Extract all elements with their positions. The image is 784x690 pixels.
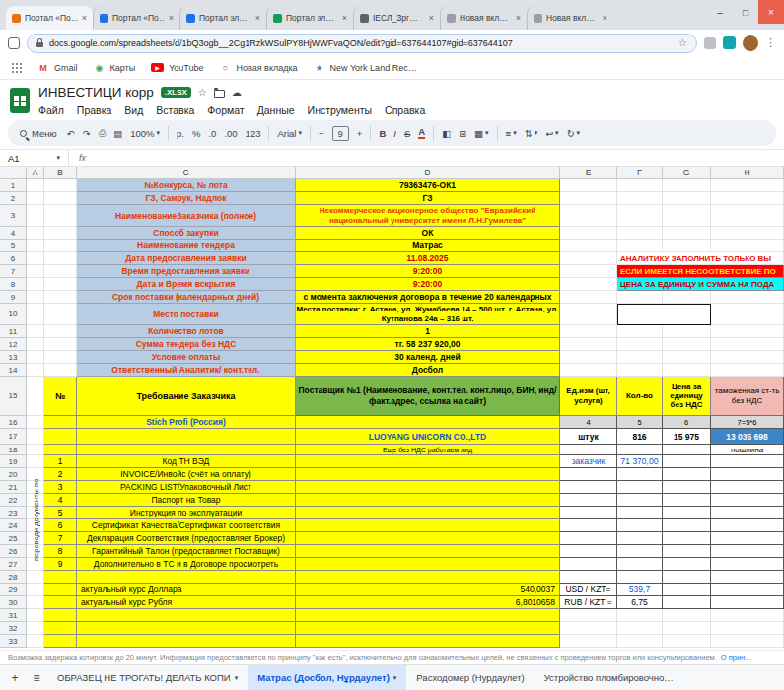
- cell-C9[interactable]: Срок поставки (календарных дней): [77, 291, 296, 304]
- cell-B7[interactable]: [44, 265, 77, 278]
- cell-C33[interactable]: [77, 635, 296, 648]
- cell-D20[interactable]: [296, 468, 560, 481]
- row-header-31[interactable]: 31: [0, 609, 27, 622]
- select-all-corner[interactable]: [0, 167, 27, 179]
- cell-H13[interactable]: [711, 351, 784, 364]
- cell-C1[interactable]: №Конкурса, № лота: [77, 179, 296, 192]
- cell-G28[interactable]: [663, 571, 711, 584]
- sheet-tab-1[interactable]: ОБРАЗЕЦ НЕ ТРОГАТЬ! ДЕЛАТЬ КОПИ▾: [47, 665, 248, 690]
- column-header-C[interactable]: C: [77, 167, 296, 179]
- cell-D26[interactable]: [296, 545, 560, 558]
- cell-C21[interactable]: PACKING LIST/Упаковочный Лист: [77, 481, 296, 494]
- toolbar-text-rotation[interactable]: ↻▾: [567, 128, 580, 139]
- cell-F11[interactable]: [617, 325, 663, 338]
- row-header-1[interactable]: 1: [0, 179, 27, 192]
- cell-E17[interactable]: штук: [560, 429, 617, 445]
- toolbar-italic[interactable]: I: [393, 128, 396, 139]
- row-header-8[interactable]: 8: [0, 278, 27, 291]
- cell-G22[interactable]: [663, 494, 711, 507]
- toolbar-text-wrap[interactable]: ↩▾: [545, 128, 558, 139]
- cell-C25[interactable]: Декларация Соответствия (предоставляет Б…: [77, 532, 296, 545]
- cell-H10[interactable]: [711, 304, 784, 325]
- menu-5[interactable]: Формат: [207, 104, 244, 116]
- cell-B3[interactable]: [44, 205, 77, 227]
- document-title[interactable]: ИНВЕСТИЦИ корр: [38, 85, 154, 100]
- cell-B12[interactable]: [44, 338, 77, 351]
- cell-B1[interactable]: [44, 179, 77, 192]
- cell-G9[interactable]: [663, 291, 711, 304]
- cell-G17[interactable]: 15 975: [663, 429, 711, 445]
- row-header-25[interactable]: 25: [0, 532, 27, 545]
- cell-G18[interactable]: [663, 445, 711, 455]
- cell-E20[interactable]: [560, 468, 617, 481]
- minimize-button[interactable]: –: [707, 0, 733, 24]
- cell-A5[interactable]: [27, 240, 44, 252]
- column-header-H[interactable]: H: [711, 167, 784, 179]
- cell-C29[interactable]: актуальный курс Доллара: [77, 584, 296, 596]
- row-header-19[interactable]: 19: [0, 455, 27, 468]
- row-header-22[interactable]: 22: [0, 494, 27, 507]
- cell-D18[interactable]: Еще без НДС работаем лид: [296, 445, 560, 455]
- cell-D4[interactable]: ОК: [296, 227, 560, 240]
- cell-E15[interactable]: Ед.изм (шт, услуга): [560, 377, 617, 416]
- tab-close-icon[interactable]: ×: [516, 13, 521, 23]
- cell-A14[interactable]: [27, 364, 44, 377]
- cell-G30[interactable]: [663, 596, 711, 609]
- cell-A15[interactable]: [27, 377, 44, 416]
- cell-E4[interactable]: [560, 227, 617, 240]
- cell-B27[interactable]: 9: [44, 558, 77, 571]
- cell-C10[interactable]: Место поставки: [77, 304, 296, 325]
- cell-B28[interactable]: [44, 571, 77, 584]
- cell-D16[interactable]: [296, 416, 560, 429]
- browser-tab-5[interactable]: ІЕСЛ_Зрг…×: [353, 6, 440, 30]
- menu-2[interactable]: Правка: [77, 104, 111, 116]
- apps-grid-icon[interactable]: [12, 63, 22, 73]
- row-header-18[interactable]: 18: [0, 445, 27, 455]
- row-header-9[interactable]: 9: [0, 291, 27, 304]
- cell-G32[interactable]: [663, 622, 711, 635]
- cell-F10[interactable]: [617, 304, 711, 325]
- cell-B25[interactable]: 7: [44, 532, 77, 545]
- sheet-tab-3[interactable]: Расходомер (Нурдаулет): [406, 665, 534, 690]
- cell-G2[interactable]: [663, 192, 711, 205]
- column-header-B[interactable]: B: [44, 167, 77, 179]
- cell-C15[interactable]: Требование Заказчика: [77, 377, 296, 416]
- name-box[interactable]: A1 ▾: [0, 150, 69, 166]
- cell-G31[interactable]: [663, 609, 711, 622]
- cell-F6[interactable]: АНАЛИТИКУ ЗАПОЛНИТЬ ТОЛЬКО ВЫ: [617, 252, 784, 265]
- cell-A4[interactable]: [27, 227, 44, 240]
- toolbar-zoom[interactable]: 100%▾: [130, 128, 160, 139]
- cell-B32[interactable]: [44, 622, 77, 635]
- row-header-2[interactable]: 2: [0, 192, 27, 205]
- cell-A29[interactable]: [27, 584, 44, 596]
- cell-E13[interactable]: [560, 351, 617, 364]
- cell-H32[interactable]: [711, 622, 784, 635]
- cell-C4[interactable]: Способ закупки: [77, 227, 296, 240]
- cell-B30[interactable]: [44, 596, 77, 609]
- cell-G27[interactable]: [663, 558, 711, 571]
- cell-D2[interactable]: ГЗ: [296, 192, 560, 205]
- cell-A1[interactable]: [27, 179, 44, 192]
- cell-B4[interactable]: [44, 227, 77, 240]
- menu-6[interactable]: Данные: [257, 104, 295, 116]
- toolbar-decrease-font-size[interactable]: −: [319, 128, 324, 139]
- cell-F4[interactable]: [617, 227, 663, 240]
- column-header-A[interactable]: A: [27, 167, 44, 179]
- cell-C28[interactable]: [77, 571, 296, 584]
- cell-B13[interactable]: [44, 351, 77, 364]
- cell-E3[interactable]: [560, 205, 617, 227]
- cell-E30[interactable]: RUB / KZT =: [560, 596, 617, 609]
- cell-H28[interactable]: [711, 571, 784, 584]
- cell-F23[interactable]: [617, 507, 663, 519]
- toolbar-fill-color[interactable]: ◧: [442, 128, 451, 139]
- cell-C17[interactable]: [77, 429, 296, 445]
- cell-A10[interactable]: [27, 304, 44, 325]
- row-header-5[interactable]: 5: [0, 240, 27, 252]
- cell-D15[interactable]: Поставщик №1 (Наименование, конт.тел. ко…: [296, 377, 560, 416]
- cell-E1[interactable]: [560, 179, 617, 192]
- cell-A32[interactable]: [27, 622, 44, 635]
- extensions-icon[interactable]: [704, 37, 716, 49]
- cell-C26[interactable]: Гарантийный Талон (предоставляет Поставщ…: [77, 545, 296, 558]
- cell-F14[interactable]: [617, 364, 663, 377]
- cell-D3[interactable]: Некоммерческое акционерное общество "Евр…: [296, 205, 560, 227]
